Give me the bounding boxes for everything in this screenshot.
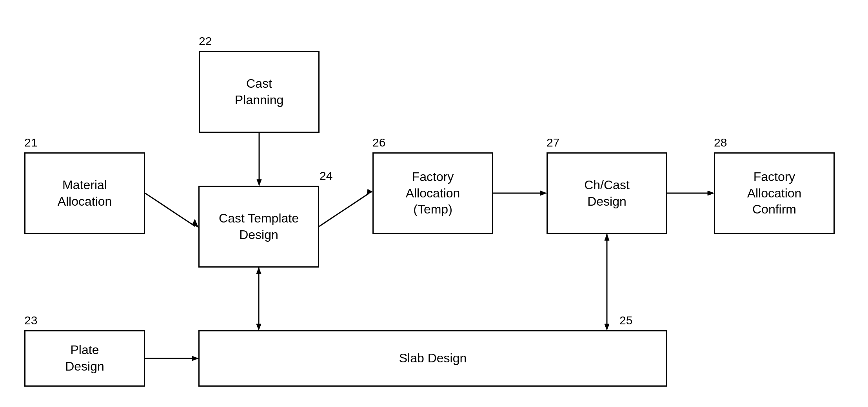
svg-marker-14: [605, 234, 609, 241]
material-allocation-box: MaterialAllocation: [24, 152, 145, 234]
cast-planning-ref: 22: [199, 34, 212, 48]
ch-cast-design-box: Ch/CastDesign: [547, 152, 667, 234]
slab-design-box: Slab Design: [198, 330, 667, 387]
svg-marker-12: [256, 324, 261, 330]
factory-allocation-confirm-ref: 28: [714, 136, 727, 149]
cast-planning-box: CastPlanning: [199, 51, 320, 133]
factory-allocation-temp-box: FactoryAllocation(Temp): [372, 152, 493, 234]
factory-allocation-confirm-box: FactoryAllocationConfirm: [714, 152, 835, 234]
cast-template-design-box: Cast TemplateDesign: [198, 186, 319, 268]
cast-template-design-label: Cast TemplateDesign: [219, 210, 299, 243]
svg-marker-1: [257, 179, 261, 186]
diagram-container: CastPlanning 22 MaterialAllocation 21 Ca…: [0, 0, 868, 407]
svg-marker-5: [367, 189, 372, 194]
svg-line-2: [145, 193, 195, 226]
svg-marker-9: [708, 191, 714, 195]
factory-allocation-confirm-label: FactoryAllocationConfirm: [747, 169, 802, 218]
svg-line-4: [319, 193, 369, 226]
slab-design-label: Slab Design: [399, 350, 467, 367]
svg-marker-7: [540, 191, 547, 195]
svg-marker-17: [192, 356, 198, 361]
ch-cast-design-label: Ch/CastDesign: [584, 177, 630, 210]
plate-design-box: PlateDesign: [24, 330, 145, 387]
factory-allocation-temp-ref: 26: [372, 136, 385, 149]
material-allocation-ref: 21: [24, 136, 37, 149]
ch-cast-design-ref: 27: [547, 136, 559, 149]
plate-design-ref: 23: [24, 314, 37, 327]
factory-allocation-temp-label: FactoryAllocation(Temp): [406, 169, 460, 218]
plate-design-label: PlateDesign: [65, 342, 104, 374]
cast-planning-label: CastPlanning: [235, 76, 284, 108]
svg-marker-15: [605, 324, 609, 330]
material-allocation-label: MaterialAllocation: [58, 177, 112, 210]
svg-marker-11: [256, 268, 261, 274]
slab-design-ref: 25: [619, 314, 632, 327]
svg-marker-3: [192, 219, 198, 228]
cast-template-design-ref: 24: [320, 169, 332, 183]
